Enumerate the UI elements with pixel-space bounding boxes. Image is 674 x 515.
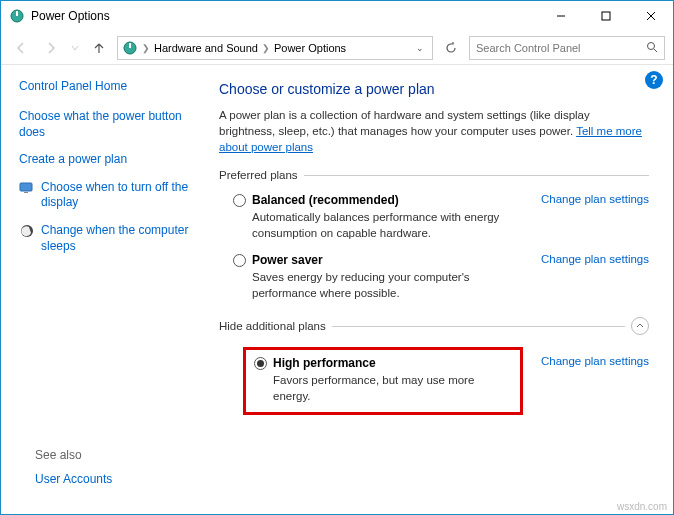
up-button[interactable] (87, 36, 111, 60)
search-icon[interactable] (646, 41, 658, 55)
refresh-button[interactable] (439, 36, 463, 60)
back-button[interactable] (9, 36, 33, 60)
plan-desc: Favors performance, but may use more ene… (273, 373, 512, 404)
plan-power-saver: Power saver Saves energy by reducing you… (219, 249, 649, 309)
svg-line-9 (654, 49, 657, 52)
sidebar: Control Panel Home Choose what the power… (1, 65, 211, 496)
preferred-plans-label: Preferred plans (219, 169, 298, 181)
recent-dropdown[interactable] (69, 36, 81, 60)
see-also-header: See also (35, 448, 112, 462)
change-plan-settings-link[interactable]: Change plan settings (541, 193, 649, 205)
svg-rect-7 (129, 43, 131, 48)
window-controls (538, 1, 673, 31)
search-placeholder: Search Control Panel (476, 42, 646, 54)
breadcrumb-level2[interactable]: Power Options (274, 42, 346, 54)
sidebar-link-sleep[interactable]: Change when the computer sleeps (41, 223, 193, 254)
svg-rect-1 (16, 11, 18, 16)
maximize-button[interactable] (583, 1, 628, 31)
help-icon[interactable]: ? (645, 71, 663, 89)
user-accounts-link[interactable]: User Accounts (35, 472, 112, 486)
chevron-down-icon[interactable]: ⌄ (416, 43, 428, 53)
power-options-icon (122, 40, 138, 56)
sidebar-link-display-off[interactable]: Choose when to turn off the display (41, 180, 193, 211)
power-options-icon (9, 8, 25, 24)
change-plan-settings-link[interactable]: Change plan settings (541, 355, 649, 367)
nav-toolbar: ❯ Hardware and Sound ❯ Power Options ⌄ S… (1, 31, 673, 65)
plan-name[interactable]: High performance (273, 356, 376, 370)
svg-rect-3 (602, 12, 610, 20)
highlight-box: High performance Favors performance, but… (243, 347, 523, 415)
page-heading: Choose or customize a power plan (219, 81, 649, 97)
minimize-button[interactable] (538, 1, 583, 31)
sidebar-link-power-button[interactable]: Choose what the power button does (19, 109, 193, 140)
plan-desc: Saves energy by reducing your computer's… (252, 270, 523, 301)
sleep-icon (19, 223, 35, 239)
radio-balanced[interactable] (233, 194, 246, 207)
intro-text: A power plan is a collection of hardware… (219, 107, 649, 155)
forward-button[interactable] (39, 36, 63, 60)
svg-rect-10 (20, 183, 32, 191)
chevron-right-icon: ❯ (142, 43, 150, 53)
close-button[interactable] (628, 1, 673, 31)
plan-desc: Automatically balances performance with … (252, 210, 523, 241)
change-plan-settings-link[interactable]: Change plan settings (541, 253, 649, 265)
see-also: See also User Accounts (35, 448, 112, 486)
svg-point-8 (648, 42, 655, 49)
plan-name[interactable]: Balanced (recommended) (252, 193, 399, 207)
collapse-button[interactable] (631, 317, 649, 335)
plan-name[interactable]: Power saver (252, 253, 323, 267)
plan-high-performance: High performance Favors performance, but… (219, 343, 649, 423)
divider (304, 175, 649, 176)
display-off-icon (19, 180, 35, 196)
titlebar: Power Options (1, 1, 673, 31)
breadcrumb[interactable]: ❯ Hardware and Sound ❯ Power Options ⌄ (117, 36, 433, 60)
svg-rect-11 (24, 192, 28, 193)
intro-body: A power plan is a collection of hardware… (219, 109, 590, 137)
hide-additional-label[interactable]: Hide additional plans (219, 320, 326, 332)
breadcrumb-level1[interactable]: Hardware and Sound (154, 42, 258, 54)
chevron-right-icon: ❯ (262, 43, 270, 53)
radio-high-performance[interactable] (254, 357, 267, 370)
search-input[interactable]: Search Control Panel (469, 36, 665, 60)
plan-balanced: Balanced (recommended) Automatically bal… (219, 189, 649, 249)
main-content: ? Choose or customize a power plan A pow… (211, 65, 673, 496)
watermark: wsxdn.com (617, 501, 667, 512)
radio-power-saver[interactable] (233, 254, 246, 267)
control-panel-home-link[interactable]: Control Panel Home (19, 79, 193, 93)
divider (332, 326, 625, 327)
window-title: Power Options (31, 9, 538, 23)
sidebar-link-create-plan[interactable]: Create a power plan (19, 152, 193, 168)
